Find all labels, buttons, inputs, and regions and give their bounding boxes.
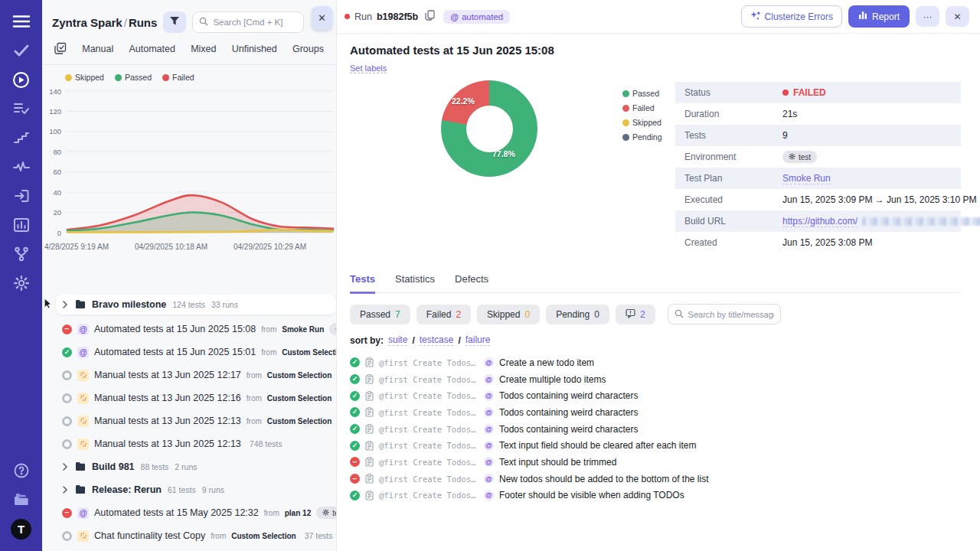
tab-automated[interactable]: Automated <box>129 44 175 54</box>
menu-icon[interactable] <box>6 7 37 36</box>
run-row[interactable]: Manual tests at 13 Jun 2025 12:17 from C… <box>42 364 336 386</box>
folder-row[interactable]: Release: Rerun 61 tests 9 runs <box>42 478 336 501</box>
test-title[interactable]: Create multiple todo items <box>499 374 606 385</box>
analytics-pulse-icon[interactable] <box>6 152 37 181</box>
automated-badge[interactable]: automated <box>443 10 510 24</box>
automated-test-icon <box>484 357 494 367</box>
filter-failed[interactable]: Failed2 <box>416 305 471 324</box>
test-row[interactable]: @first Create Todos…New todos should be … <box>350 471 961 487</box>
failed-status-icon <box>350 474 360 484</box>
sparkle-icon <box>750 11 760 23</box>
test-title[interactable]: Text input field should be cleared after… <box>499 440 696 451</box>
filter-skipped[interactable]: Skipped0 <box>477 305 540 324</box>
app-logo[interactable]: T <box>6 514 37 543</box>
run-row[interactable]: Manual tests at 13 Jun 2025 12:13 748 te… <box>42 432 336 455</box>
test-title[interactable]: Todos containing weird characters <box>499 407 638 418</box>
filter-passed[interactable]: Passed7 <box>350 305 410 324</box>
run-source[interactable]: plan 12 <box>285 509 311 517</box>
run-row[interactable]: Chat functinality test Copy from Custom … <box>42 524 336 547</box>
milestone-row-bravo[interactable]: Bravo milestone 124 tests 33 runs <box>56 295 336 315</box>
test-title[interactable]: Text input should be trimmed <box>499 457 616 468</box>
tests-search[interactable] <box>668 304 781 324</box>
filter-button[interactable] <box>163 11 186 33</box>
test-row[interactable]: @first Create Todos…Text input field sho… <box>350 437 961 454</box>
more-actions-button[interactable]: ··· <box>916 6 939 27</box>
sort-by-suite[interactable]: suite <box>388 334 407 346</box>
clipboard-icon <box>365 391 374 401</box>
test-row[interactable]: @first Create Todos…Text input should be… <box>350 454 961 471</box>
failed-dot-icon <box>782 90 789 96</box>
test-title[interactable]: New todos should be added to the bottom … <box>499 474 709 484</box>
runs-search-input[interactable] <box>213 18 297 27</box>
tab-statistics[interactable]: Statistics <box>395 273 435 292</box>
tab-groups[interactable]: Groups <box>292 44 324 54</box>
runs-play-icon[interactable] <box>6 65 37 94</box>
close-icon: ✕ <box>953 11 961 22</box>
run-row[interactable]: Automated tests at 15 Jun 2025 15:08 fro… <box>42 318 336 341</box>
breadcrumb-project[interactable]: Zyntra Spark <box>52 16 122 29</box>
chevron-right-icon[interactable] <box>62 463 69 471</box>
test-title[interactable]: Todos containing weird characters <box>499 390 638 401</box>
tab-mixed[interactable]: Mixed <box>191 44 216 54</box>
run-source[interactable]: Custom Selection <box>267 417 332 425</box>
chevron-right-icon[interactable] <box>62 301 69 308</box>
test-row[interactable]: @first Create Todos…Todos containing wei… <box>350 387 961 404</box>
test-plans-list-icon[interactable] <box>6 94 37 123</box>
skipped-dot <box>65 74 72 81</box>
reports-bar-chart-icon[interactable] <box>6 210 37 240</box>
tab-defects[interactable]: Defects <box>455 273 488 292</box>
tests-check-icon[interactable] <box>6 36 37 65</box>
runs-search[interactable] <box>192 11 304 33</box>
test-title[interactable]: Footer should be visible when adding TOD… <box>499 490 684 500</box>
copy-run-id-button[interactable] <box>423 8 437 24</box>
milestones-steps-icon[interactable] <box>6 123 37 152</box>
filter-comments[interactable]: 2 <box>616 305 655 324</box>
chevron-right-icon[interactable] <box>62 486 69 494</box>
close-run-button[interactable]: ✕ <box>946 6 969 27</box>
panel-close-button[interactable]: ✕ <box>312 6 332 30</box>
x-tick-1: 4/28/2025 9:19 AM <box>44 243 109 251</box>
run-row[interactable]: Automated tests at 15 Jun 2025 15:01 fro… <box>42 341 336 364</box>
svg-text:120: 120 <box>49 107 61 116</box>
folder-row[interactable]: Build 981 88 tests 2 runs <box>42 455 336 478</box>
projects-folders-icon[interactable] <box>6 485 37 514</box>
test-row[interactable]: @first Create Todos…Todos containing wei… <box>350 404 961 421</box>
settings-gear-icon[interactable] <box>6 269 37 298</box>
build-url-link[interactable]: https://github.com/ <box>782 216 858 227</box>
test-suite: @first Create Todos… <box>379 391 479 400</box>
run-row[interactable]: Manual tests at 13 Jun 2025 12:13 from C… <box>42 409 336 432</box>
redacted-url-segment <box>862 217 980 226</box>
run-source[interactable]: Custom Selection <box>282 348 336 357</box>
report-button[interactable]: Report <box>848 5 910 28</box>
test-title[interactable]: Create a new todo item <box>499 357 594 368</box>
test-row[interactable]: @first Create Todos…Create a new todo it… <box>350 354 961 371</box>
tab-manual[interactable]: Manual <box>82 44 113 54</box>
test-suite: @first Create Todos… <box>379 408 479 417</box>
run-row[interactable]: Automated tests at 15 May 2025 12:32 fro… <box>42 501 336 524</box>
import-icon[interactable] <box>6 181 37 210</box>
run-source[interactable]: Smoke Run <box>282 325 324 334</box>
run-row[interactable]: Manual tests at 13 Jun 2025 12:16 from C… <box>42 386 336 409</box>
set-labels-link[interactable]: Set labels <box>350 64 387 73</box>
tests-search-input[interactable] <box>688 310 774 319</box>
run-source[interactable]: Custom Selection <box>267 371 332 380</box>
run-source[interactable]: Custom Selection <box>267 394 332 403</box>
sort-by-failure[interactable]: failure <box>466 334 491 346</box>
test-row[interactable]: @first Create Todos…Todos containing wei… <box>350 421 961 438</box>
copy-icon <box>425 10 435 23</box>
tab-unfinished[interactable]: Unfinished <box>232 44 277 54</box>
test-title[interactable]: Todos containing weird characters <box>499 424 638 435</box>
sort-by-testcase[interactable]: testcase <box>420 334 454 346</box>
tab-tests[interactable]: Tests <box>350 273 375 294</box>
filter-pending[interactable]: Pending0 <box>546 305 609 324</box>
clusterize-errors-button[interactable]: Clusterize Errors <box>741 5 842 28</box>
milestone-runs-count: 33 runs <box>211 300 238 309</box>
branches-icon[interactable] <box>6 240 37 269</box>
milestone-name: Bravo milestone <box>92 299 166 310</box>
test-row[interactable]: @first Create Todos…Footer should be vis… <box>350 487 961 504</box>
test-row[interactable]: @first Create Todos…Create multiple todo… <box>350 371 961 388</box>
help-icon[interactable] <box>6 456 37 485</box>
select-all-icon[interactable] <box>54 42 67 55</box>
run-source[interactable]: Custom Selection <box>231 532 296 540</box>
test-plan-link[interactable]: Smoke Run <box>782 173 831 184</box>
